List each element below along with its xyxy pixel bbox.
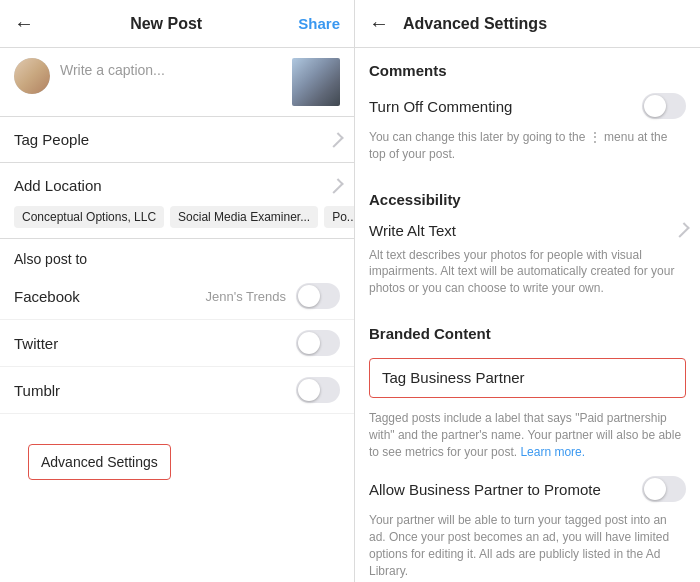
advanced-settings-button[interactable]: Advanced Settings (28, 444, 171, 480)
facebook-account: Jenn's Trends (205, 289, 286, 304)
post-thumb-image (292, 58, 340, 106)
promote-desc: Your partner will be able to turn your t… (355, 508, 700, 582)
facebook-right: Jenn's Trends (205, 283, 340, 309)
tumblr-toggle[interactable] (296, 377, 340, 403)
right-back-icon[interactable]: ← (369, 12, 389, 35)
caption-area: Write a caption... (0, 48, 354, 117)
branded-content-section-title: Branded Content (355, 311, 700, 350)
twitter-label: Twitter (14, 335, 58, 352)
accessibility-desc: Alt text describes your photos for peopl… (355, 243, 700, 307)
tag-people-item[interactable]: Tag People (0, 117, 354, 163)
accessibility-section-title: Accessibility (355, 177, 700, 216)
advanced-settings-header: ← Advanced Settings (355, 0, 700, 48)
allow-promote-label: Allow Business Partner to Promote (369, 481, 601, 498)
social-item-twitter: Twitter (0, 320, 354, 367)
twitter-toggle[interactable] (296, 330, 340, 356)
chevron-right-icon (328, 178, 344, 194)
turn-off-commenting-row: Turn Off Commenting (355, 87, 700, 125)
back-icon[interactable]: ← (14, 12, 34, 35)
caption-input[interactable]: Write a caption... (60, 58, 282, 98)
post-thumbnail (292, 58, 340, 106)
tumblr-label: Tumblr (14, 382, 60, 399)
toggle-knob (644, 95, 666, 117)
write-alt-text-row[interactable]: Write Alt Text (355, 216, 700, 243)
tag-people-label: Tag People (14, 131, 89, 148)
new-post-header: ← New Post Share (0, 0, 354, 48)
tag-chip-3[interactable]: Po... (324, 206, 354, 228)
chevron-right-icon (328, 132, 344, 148)
also-post-header: Also post to (0, 239, 354, 273)
write-alt-text-label: Write Alt Text (369, 222, 456, 239)
social-item-facebook: Facebook Jenn's Trends (0, 273, 354, 320)
turn-off-commenting-toggle[interactable] (642, 93, 686, 119)
social-item-tumblr: Tumblr (0, 367, 354, 414)
tag-chip-2[interactable]: Social Media Examiner... (170, 206, 318, 228)
toggle-knob (298, 379, 320, 401)
facebook-label: Facebook (14, 288, 80, 305)
toggle-knob (298, 285, 320, 307)
learn-more-1-link[interactable]: Learn more. (520, 445, 585, 459)
avatar-image (14, 58, 50, 94)
tumblr-right (296, 377, 340, 403)
add-location-label: Add Location (14, 177, 102, 194)
tag-business-partner-button[interactable]: Tag Business Partner (369, 358, 686, 398)
turn-off-commenting-label: Turn Off Commenting (369, 98, 512, 115)
allow-promote-row: Allow Business Partner to Promote (355, 470, 700, 508)
page-title: New Post (130, 15, 202, 33)
toggle-knob (298, 332, 320, 354)
twitter-right (296, 330, 340, 356)
advanced-settings-title: Advanced Settings (403, 15, 547, 33)
advanced-settings-label: Advanced Settings (41, 454, 158, 470)
add-location-item[interactable]: Add Location (0, 163, 354, 200)
comments-section-title: Comments (355, 48, 700, 87)
branded-desc: Tagged posts include a label that says "… (355, 406, 700, 470)
comments-desc: You can change this later by going to th… (355, 125, 700, 173)
toggle-knob (644, 478, 666, 500)
left-panel: ← New Post Share Write a caption... Tag … (0, 0, 355, 582)
tag-business-partner-label: Tag Business Partner (382, 369, 525, 386)
facebook-toggle[interactable] (296, 283, 340, 309)
tags-row: Conceptual Options, LLC Social Media Exa… (0, 200, 354, 239)
share-button[interactable]: Share (298, 15, 340, 32)
write-alt-chevron-icon (674, 222, 690, 238)
allow-promote-toggle[interactable] (642, 476, 686, 502)
avatar (14, 58, 50, 94)
right-panel: ← Advanced Settings Comments Turn Off Co… (355, 0, 700, 582)
tag-chip-1[interactable]: Conceptual Options, LLC (14, 206, 164, 228)
